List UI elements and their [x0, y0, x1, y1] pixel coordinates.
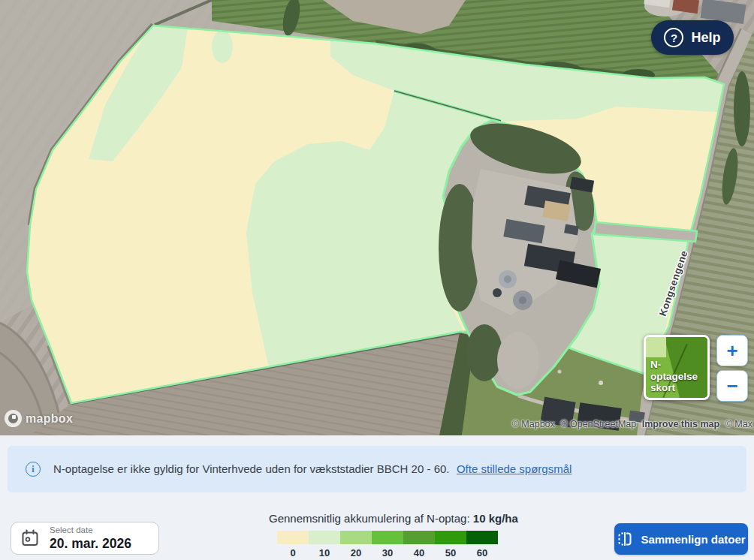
- zoom-in-button[interactable]: +: [716, 335, 748, 366]
- legend-scale-step: 10: [309, 531, 340, 558]
- info-icon: i: [26, 462, 41, 477]
- legend-color-scale: 0102030405060: [277, 531, 498, 558]
- legend-scale-step: 20: [340, 531, 372, 558]
- question-mark-icon: ?: [664, 28, 683, 47]
- legend-swatch: [309, 531, 340, 544]
- legend-scale-step: 60: [466, 531, 498, 558]
- improve-this-map-link[interactable]: Improve this map: [642, 419, 720, 429]
- legend-tick-label: 0: [277, 547, 309, 558]
- mapbox-logo[interactable]: mapbox: [5, 410, 73, 427]
- bottom-panel: i N-optagelse er ikke gyldig for Vinterh…: [0, 435, 754, 560]
- legend-swatch: [340, 531, 372, 544]
- compare-icon: [617, 531, 633, 547]
- date-picker-label: Select date: [50, 525, 131, 535]
- legend-average-value: 10 kg/ha: [473, 512, 518, 525]
- faq-link[interactable]: Ofte stillede spørgsmål: [457, 462, 572, 475]
- legend-title: Gennemsnitlig akkumulering af N-optag: 1…: [269, 512, 506, 525]
- mapbox-icon: [5, 410, 22, 427]
- info-banner: i N-optagelse er ikke gyldig for Vinterh…: [8, 446, 746, 492]
- compare-dates-label: Sammenlign datoer: [641, 533, 745, 546]
- legend-scale-step: 40: [403, 531, 435, 558]
- legend-swatch: [403, 531, 435, 544]
- attribution-maxar: © Max: [725, 419, 752, 429]
- date-picker-button[interactable]: Select date 20. mar. 2026: [11, 522, 159, 555]
- legend-swatch: [466, 531, 498, 544]
- legend-tick-label: 10: [309, 547, 340, 558]
- legend-tick-label: 50: [435, 547, 466, 558]
- n-uptake-legend: Gennemsnitlig akkumulering af N-optag: 1…: [269, 512, 506, 558]
- help-button[interactable]: ? Help: [651, 20, 734, 55]
- legend-tick-label: 60: [466, 547, 498, 558]
- legend-tick-label: 20: [340, 547, 372, 558]
- map-attribution: © Mapbox © OpenStreetMap Improve this ma…: [509, 419, 752, 429]
- banner-message: N-optagelse er ikke gyldig for Vinterhve…: [53, 462, 450, 475]
- attribution-osm-link[interactable]: © OpenStreetMap: [560, 419, 636, 429]
- legend-tick-label: 30: [372, 547, 403, 558]
- layer-toggle-n-uptake-map[interactable]: N-optagelse skort: [644, 335, 710, 400]
- attribution-mapbox-link[interactable]: © Mapbox: [512, 419, 555, 429]
- legend-scale-step: 30: [372, 531, 403, 558]
- zoom-out-button[interactable]: −: [716, 370, 748, 402]
- mapbox-wordmark: mapbox: [26, 412, 73, 426]
- satellite-map[interactable]: Kongsengene: [0, 0, 754, 435]
- date-picker-value: 20. mar. 2026: [50, 536, 131, 551]
- calendar-icon: [20, 528, 40, 548]
- help-button-label: Help: [691, 30, 720, 46]
- legend-swatch: [277, 531, 309, 544]
- legend-scale-step: 0: [277, 531, 309, 558]
- legend-tick-label: 40: [403, 547, 435, 558]
- legend-swatch: [435, 531, 466, 544]
- compare-dates-button[interactable]: Sammenlign datoer: [614, 523, 748, 555]
- layer-toggle-label: N-optagelse skort: [650, 359, 707, 394]
- legend-scale-step: 50: [435, 531, 466, 558]
- map-viewport[interactable]: Kongsengene ? Help N-optagelse skort + −…: [0, 0, 754, 435]
- legend-swatch: [372, 531, 403, 544]
